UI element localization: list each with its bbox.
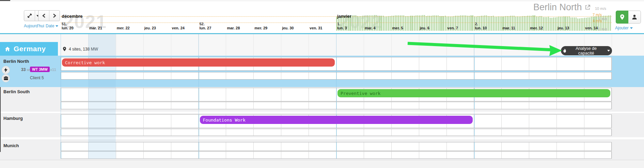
grid-cell[interactable] (584, 72, 612, 79)
grid-cell[interactable] (502, 57, 529, 70)
grid-cell[interactable] (254, 102, 281, 109)
next-button[interactable] (49, 11, 60, 21)
grid-cell[interactable] (61, 129, 89, 136)
grid-cell[interactable] (364, 129, 392, 136)
grid-cell[interactable] (116, 129, 144, 136)
grid-cell[interactable] (392, 102, 419, 109)
grid-cell[interactable] (447, 142, 474, 151)
grid-cell[interactable] (419, 102, 447, 109)
grid-cell[interactable] (89, 129, 116, 136)
grid-cell[interactable] (226, 129, 254, 136)
grid-cell[interactable] (144, 72, 171, 79)
grid-cell[interactable] (281, 142, 309, 151)
grid-cell[interactable] (116, 115, 144, 128)
grid-cell[interactable] (502, 102, 529, 109)
zoom-range-button[interactable] (24, 11, 35, 21)
prev-button[interactable] (38, 11, 49, 21)
grid-cell[interactable] (447, 57, 474, 70)
grid-cell[interactable] (171, 34, 199, 56)
grid-cell[interactable] (502, 115, 529, 128)
grid-cell[interactable] (529, 34, 557, 56)
grid-cell[interactable] (474, 115, 502, 128)
grid-cell[interactable] (446, 34, 474, 56)
grid-cell[interactable] (474, 129, 502, 136)
grid-cell[interactable] (364, 57, 392, 70)
grid-cell[interactable] (557, 57, 584, 70)
grid-cell[interactable] (336, 34, 364, 56)
grid-cell[interactable] (226, 152, 254, 158)
grid-cell[interactable] (419, 57, 447, 70)
grid-cell[interactable] (89, 72, 116, 79)
grid-cell[interactable] (309, 129, 336, 136)
grid-cell[interactable] (171, 72, 199, 79)
grid-cell[interactable] (529, 142, 557, 151)
grid-cell[interactable] (281, 88, 309, 101)
grid-cell[interactable] (199, 152, 226, 158)
grid-cell[interactable] (171, 152, 199, 158)
grid-cell[interactable] (529, 115, 557, 128)
grid-cell[interactable] (364, 152, 392, 158)
grid-cell[interactable] (171, 115, 199, 128)
grid-cell[interactable] (336, 57, 364, 70)
capacity-analysis-button[interactable]: Analyse de capacité (561, 46, 612, 55)
grid-cell[interactable] (199, 142, 226, 151)
grid-cell[interactable] (474, 142, 502, 151)
grid-cell[interactable] (253, 34, 281, 56)
grid-cell[interactable] (61, 152, 89, 158)
grid-cell[interactable] (392, 72, 419, 79)
grid-cell[interactable] (89, 88, 116, 101)
grid-cell[interactable] (226, 102, 254, 109)
grid-cell[interactable] (502, 129, 529, 136)
grid-cell[interactable] (144, 102, 171, 109)
grid-cell[interactable] (171, 88, 199, 101)
grid-cell[interactable] (584, 57, 612, 70)
grid-cell[interactable] (584, 102, 612, 109)
grid-cell[interactable] (199, 129, 226, 136)
grid-cell[interactable] (116, 102, 144, 109)
grid-cell[interactable] (364, 102, 392, 109)
grid-cell[interactable] (336, 72, 364, 79)
grid-cell[interactable] (89, 152, 116, 158)
grid-cell[interactable] (199, 102, 226, 109)
grid-cell[interactable] (89, 142, 116, 151)
grid-cell[interactable] (143, 34, 171, 56)
grid-cell[interactable] (584, 142, 612, 151)
grid-cell[interactable] (309, 88, 336, 101)
grid-cell[interactable] (309, 152, 336, 158)
grid-cell[interactable] (226, 142, 254, 151)
grid-cell[interactable] (557, 152, 584, 158)
grid-cell[interactable] (144, 142, 171, 151)
map-view-button[interactable] (616, 11, 628, 24)
grid-cell[interactable] (226, 72, 254, 79)
grid-cell[interactable] (336, 142, 364, 151)
grid-cell[interactable] (144, 115, 171, 128)
grid-cell[interactable] (529, 72, 557, 79)
grid-cell[interactable] (199, 72, 226, 79)
grid-cell[interactable] (419, 152, 447, 158)
grid-cell[interactable] (254, 129, 281, 136)
grid-cell[interactable] (61, 72, 89, 79)
grid-cell[interactable] (89, 102, 116, 109)
grid-cell[interactable] (501, 34, 529, 56)
grid-cell[interactable] (254, 88, 281, 101)
grid-cell[interactable] (254, 152, 281, 158)
grid-cell[interactable] (502, 72, 529, 79)
grid-cell[interactable] (61, 115, 89, 128)
grid-cell[interactable] (447, 129, 474, 136)
grid-cell[interactable] (447, 72, 474, 79)
grid-cell[interactable] (584, 115, 612, 128)
grid-cell[interactable] (199, 34, 226, 56)
grid-cell[interactable] (226, 34, 254, 56)
grid-cell[interactable] (474, 72, 502, 79)
grid-cell[interactable] (309, 142, 336, 151)
grid-cell[interactable] (89, 115, 116, 128)
grid-cell[interactable] (529, 102, 557, 109)
grid-cell[interactable] (61, 88, 89, 101)
grid-cell[interactable] (254, 72, 281, 79)
group-header[interactable]: Germany (0, 42, 58, 56)
grid-cell[interactable] (61, 34, 89, 56)
grid-cell[interactable] (391, 34, 419, 56)
grid-cell[interactable] (336, 102, 364, 109)
grid-cell[interactable] (116, 142, 144, 151)
grid-cell[interactable] (474, 102, 502, 109)
